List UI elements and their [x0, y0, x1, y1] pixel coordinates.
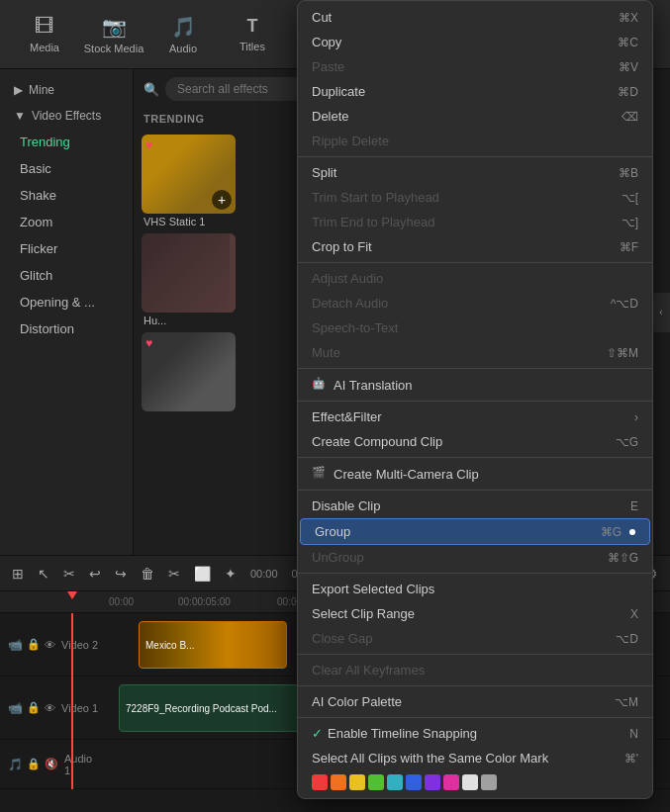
track-mute-icon[interactable]: 🔇 [45, 758, 58, 770]
sidebar-item-flicker[interactable]: Flicker [0, 235, 133, 262]
cm-trim-start-shortcut: ⌥[ [622, 191, 638, 205]
ruler-mark-0: 00:00 [109, 596, 134, 607]
clip-label-podcast: 7228F9_Recording Podcast Pod... [120, 703, 283, 714]
trim-tool-btn[interactable]: ✂ [59, 564, 79, 584]
redo-btn[interactable]: ↪ [111, 564, 131, 584]
clip-mexico[interactable]: Mexico B... [139, 621, 287, 669]
swatch-white[interactable] [462, 774, 478, 790]
audio-icon: 🎵 [171, 15, 196, 39]
track-eye-icon2[interactable]: 👁 [45, 702, 55, 714]
cm-disable-clip[interactable]: Disable Clip E [298, 494, 652, 518]
cm-detach-audio: Detach Audio ^⌥D [298, 291, 652, 316]
cm-multi-camera-label: Create Multi-Camera Clip [334, 467, 479, 482]
sidebar-item-trending[interactable]: Trending [0, 129, 133, 155]
collapse-panel-btn[interactable]: ‹ [652, 293, 670, 332]
track-icons-video2: 📹 🔒 👁 [8, 638, 55, 652]
sidebar-section-mine[interactable]: ▶ Mine [0, 77, 133, 103]
track-lock-icon[interactable]: 🔒 [27, 638, 41, 651]
effect-thumb-hu [142, 233, 236, 313]
cm-ai-color[interactable]: AI Color Palette ⌥M [298, 689, 652, 714]
cm-delete[interactable]: Delete ⌫ [298, 104, 652, 129]
cm-ai-color-shortcut: ⌥M [615, 695, 638, 709]
track-lock-icon2[interactable]: 🔒 [27, 701, 41, 714]
swatch-gray[interactable] [481, 774, 497, 790]
cm-split[interactable]: Split ⌘B [298, 160, 652, 185]
cm-group-shortcut: ⌘G [601, 525, 622, 539]
effect-item-vhs[interactable]: ♥ + VHS Static 1 [142, 135, 311, 227]
crop-btn[interactable]: ⬜ [190, 564, 215, 584]
cm-enable-snapping[interactable]: ✓ Enable Timeline Snapping N [298, 721, 652, 746]
sidebar-item-distortion[interactable]: Distortion [0, 316, 133, 342]
sidebar-section-video-effects[interactable]: ▼ Video Effects [0, 103, 133, 129]
cm-speech-to-text: Speech-to-Text [298, 316, 652, 340]
swatch-yellow[interactable] [349, 774, 365, 790]
cm-adjust-audio: Adjust Audio [298, 266, 652, 291]
cm-group[interactable]: Group ⌘G [300, 518, 650, 545]
select-tool-btn[interactable]: ↖ [34, 564, 53, 584]
cm-multi-camera[interactable]: 🎬 Create Multi-Camera Clip [298, 461, 652, 487]
swatch-red[interactable] [312, 774, 328, 790]
delete-btn[interactable]: 🗑 [137, 564, 158, 584]
cm-cut-shortcut: ⌘X [619, 11, 638, 25]
submenu-arrow: › [634, 410, 638, 424]
effect-item-partial[interactable]: ♥ [142, 332, 311, 413]
cm-crop[interactable]: Crop to Fit ⌘F [298, 234, 652, 259]
swatch-teal[interactable] [387, 774, 403, 790]
multi-camera-icon: 🎬 [312, 466, 328, 482]
effect-name-hu: Hu... [142, 315, 311, 326]
cm-select-range-shortcut: X [630, 607, 638, 621]
cm-clear-keyframes: Clear All Keyframes [298, 658, 652, 682]
cm-detach-audio-label: Detach Audio [312, 296, 388, 311]
cm-copy[interactable]: Copy ⌘C [298, 30, 652, 54]
playhead-line [71, 613, 73, 789]
sidebar-item-shake[interactable]: Shake [0, 182, 133, 209]
cm-export-label: Export Selected Clips [312, 582, 434, 596]
cm-delete-shortcut: ⌫ [622, 110, 638, 124]
undo-btn[interactable]: ↩ [85, 564, 105, 584]
track-lock-icon3[interactable]: 🔒 [27, 758, 41, 770]
cm-select-same-color[interactable]: Select All Clips with the Same Color Mar… [298, 746, 652, 770]
cm-select-range[interactable]: Select Clip Range X [298, 601, 652, 626]
cm-delete-label: Delete [312, 109, 349, 124]
heart-icon: ♥ [145, 138, 152, 152]
swatch-blue[interactable] [406, 774, 422, 790]
cm-crop-shortcut: ⌘F [620, 240, 638, 254]
time-start: 00:00 [250, 568, 278, 580]
cm-export-selected[interactable]: Export Selected Clips [298, 577, 652, 601]
cm-ai-translation[interactable]: 🤖 AI Translation [298, 372, 652, 398]
sidebar-item-basic[interactable]: Basic [0, 155, 133, 182]
tab-media[interactable]: 🎞 Media [10, 15, 79, 53]
sidebar-item-glitch[interactable]: Glitch [0, 262, 133, 289]
cm-crop-label: Crop to Fit [312, 239, 372, 254]
tab-stock-media[interactable]: 📷 Stock Media [79, 15, 148, 54]
cm-cut[interactable]: Cut ⌘X [298, 5, 652, 30]
sidebar-item-zoom[interactable]: Zoom [0, 209, 133, 235]
cut-btn[interactable]: ✂ [164, 564, 184, 584]
add-track-btn[interactable]: ⊞ [8, 564, 28, 584]
swatch-pink[interactable] [443, 774, 459, 790]
cm-duplicate[interactable]: Duplicate ⌘D [298, 79, 652, 104]
cm-effect-filter[interactable]: Effect&Filter › [298, 405, 652, 429]
sidebar: ▶ Mine ▼ Video Effects Trending Basic Sh… [0, 69, 134, 555]
effect-item-hu[interactable]: Hu... [142, 233, 311, 326]
cm-compound-clip[interactable]: Create Compound Clip ⌥G [298, 429, 652, 454]
transform-btn[interactable]: ✦ [221, 564, 240, 584]
tab-titles[interactable]: T Titles [218, 16, 287, 52]
cm-compound-label: Create Compound Clip [312, 434, 442, 449]
check-icon: ✓ [312, 726, 328, 741]
add-effect-btn[interactable]: + [212, 190, 232, 210]
separator-10 [298, 717, 652, 718]
tab-audio[interactable]: 🎵 Audio [148, 15, 218, 54]
track-camera-icon2: 📹 [8, 701, 23, 715]
separator-7 [298, 573, 652, 574]
swatch-green[interactable] [368, 774, 384, 790]
swatch-purple[interactable] [425, 774, 440, 790]
swatch-orange[interactable] [331, 774, 346, 790]
track-eye-icon[interactable]: 👁 [45, 639, 55, 651]
cm-effect-filter-label: Effect&Filter [312, 409, 382, 424]
cm-paste: Paste ⌘V [298, 54, 652, 79]
ruler-mark-1: 00:00:05:00 [178, 596, 231, 607]
cm-adjust-audio-label: Adjust Audio [312, 271, 383, 286]
chevron-right-icon: ▶ [14, 83, 23, 97]
sidebar-item-opening[interactable]: Opening & ... [0, 289, 133, 316]
